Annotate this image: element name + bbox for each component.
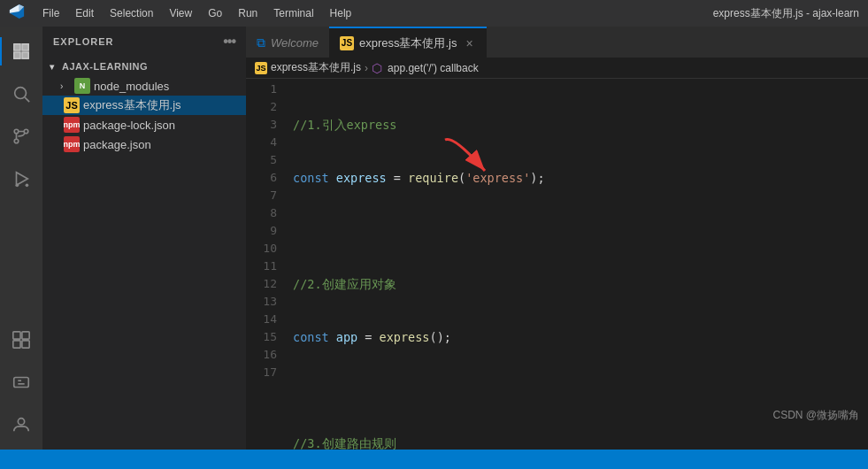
breadcrumb-separator: › [365, 62, 368, 74]
menu-view[interactable]: View [162, 5, 199, 21]
svg-rect-15 [22, 341, 29, 348]
titlebar: File Edit Selection View Go Run Terminal… [0, 0, 868, 27]
breadcrumb-context: app.get('/') callback [388, 62, 479, 74]
tree-item-express-js[interactable]: JS express基本使用.js [42, 96, 246, 115]
js-file-icon: JS [64, 97, 80, 113]
menu-go[interactable]: Go [201, 5, 229, 21]
breadcrumb-js-icon: JS [255, 62, 267, 74]
activity-bar [0, 27, 42, 450]
tree-item-package-lock[interactable]: npm package-lock.json [42, 115, 246, 135]
breadcrumb-filename: express基本使用.js [271, 60, 361, 75]
tree-item-package-json[interactable]: npm package.json [42, 135, 246, 154]
tree-root-folder[interactable]: ▾ AJAX-LEARNING [42, 57, 246, 76]
menu-edit[interactable]: Edit [68, 5, 101, 21]
svg-point-10 [16, 184, 19, 188]
tab-welcome-label: Welcome [271, 36, 319, 50]
activity-run-debug[interactable] [0, 158, 42, 200]
line-numbers: 1 2 3 4 5 6 7 8 9 10 11 12 13 14 15 16 1… [246, 79, 286, 450]
js-tab-icon: JS [340, 36, 354, 50]
tab-close-button[interactable]: × [462, 36, 476, 50]
svg-rect-16 [14, 378, 29, 388]
svg-point-7 [24, 129, 28, 134]
npm-lock-icon: npm [64, 117, 80, 133]
activity-extensions[interactable] [0, 319, 42, 361]
tab-express-label: express基本使用.js [359, 35, 457, 51]
file-tree: ▾ AJAX-LEARNING › N node_modules JS expr… [42, 57, 246, 450]
editor-area: ⧉ Welcome JS express基本使用.js × JS express… [246, 27, 868, 450]
activity-explorer[interactable] [0, 30, 42, 73]
menu-selection[interactable]: Selection [103, 5, 160, 21]
svg-rect-13 [22, 332, 29, 339]
tree-item-node-modules[interactable]: › N node_modules [42, 76, 246, 96]
svg-point-8 [14, 129, 19, 134]
activity-search[interactable] [0, 73, 42, 115]
svg-point-6 [14, 139, 19, 143]
menu-file[interactable]: File [35, 5, 66, 21]
explorer-title: EXPLORER [53, 36, 114, 47]
package-lock-label: package-lock.json [83, 119, 175, 132]
node-modules-label: node_modules [94, 80, 169, 93]
sidebar-header: EXPLORER ••• [42, 27, 246, 57]
tabs-bar: ⧉ Welcome JS express基本使用.js × [246, 27, 868, 58]
svg-point-19 [18, 419, 24, 425]
window-title: express基本使用.js - ajax-learn [713, 6, 859, 21]
code-editor[interactable]: 1 2 3 4 5 6 7 8 9 10 11 12 13 14 15 16 1… [246, 79, 868, 450]
svg-marker-9 [17, 173, 28, 186]
menu-terminal[interactable]: Terminal [266, 5, 320, 21]
svg-point-11 [26, 184, 29, 188]
menu-help[interactable]: Help [323, 5, 359, 21]
breadcrumb-cube-icon: ⬡ [372, 61, 382, 75]
svg-point-4 [15, 88, 27, 99]
npm-icon: npm [64, 136, 80, 152]
main-layout: EXPLORER ••• ▾ AJAX-LEARNING › N node_mo… [0, 27, 868, 450]
root-arrow-icon: ▾ [50, 62, 62, 72]
root-folder-label: AJAX-LEARNING [62, 61, 148, 72]
tab-express-js[interactable]: JS express基本使用.js × [329, 27, 488, 58]
code-content[interactable]: //1.引入express const express = require('e… [286, 79, 868, 450]
svg-rect-12 [13, 332, 20, 339]
activity-source-control[interactable] [0, 115, 42, 158]
activity-remote[interactable] [0, 361, 42, 404]
sidebar-more-button[interactable]: ••• [223, 34, 235, 50]
tab-welcome[interactable]: ⧉ Welcome [246, 27, 329, 58]
activity-accounts[interactable] [0, 404, 42, 446]
vscode-tab-icon: ⧉ [257, 35, 265, 50]
svg-rect-14 [13, 341, 20, 348]
status-bar [0, 450, 868, 469]
menu-run[interactable]: Run [231, 5, 265, 21]
svg-line-5 [25, 97, 29, 102]
vscode-logo [9, 4, 25, 24]
sidebar: EXPLORER ••• ▾ AJAX-LEARNING › N node_mo… [42, 27, 246, 450]
package-json-label: package.json [83, 138, 151, 151]
express-js-label: express基本使用.js [83, 97, 181, 113]
menu-bar: File Edit Selection View Go Run Terminal… [35, 5, 713, 21]
folder-arrow-icon: › [60, 81, 74, 91]
node-modules-icon: N [74, 78, 90, 94]
breadcrumb: JS express基本使用.js › ⬡ app.get('/') callb… [246, 58, 868, 79]
